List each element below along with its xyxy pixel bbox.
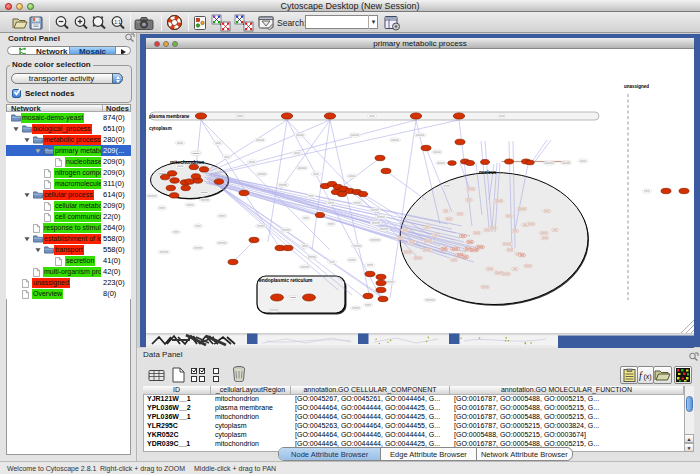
svg-text:endoplasmic reticulum: endoplasmic reticulum bbox=[259, 278, 313, 283]
svg-text:f: f bbox=[639, 370, 643, 381]
svg-text:mitochondrion: mitochondrion bbox=[170, 160, 204, 165]
svg-text:plasma membrane: plasma membrane bbox=[149, 114, 190, 119]
svg-text:cytoplasm: cytoplasm bbox=[149, 126, 172, 131]
svg-text:unassigned: unassigned bbox=[624, 84, 649, 89]
svg-text:nucleus: nucleus bbox=[479, 170, 497, 175]
svg-text:1:1: 1:1 bbox=[114, 19, 121, 25]
svg-text:(x): (x) bbox=[644, 373, 652, 381]
